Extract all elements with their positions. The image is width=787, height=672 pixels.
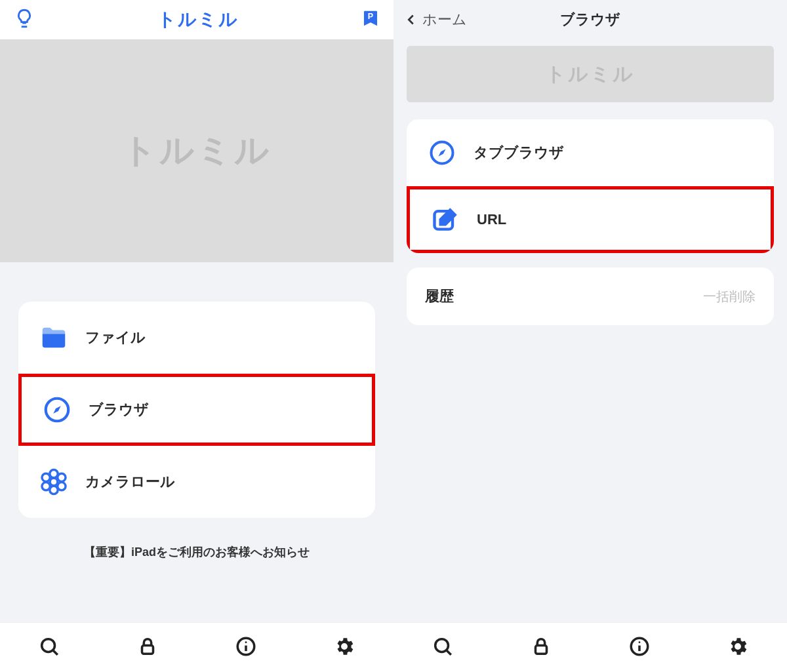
svg-point-3: [50, 478, 58, 486]
top-bar: トルミル P: [0, 0, 394, 39]
svg-marker-17: [439, 149, 446, 157]
browser-item-label: URL: [477, 211, 506, 228]
browser-banner: トルミル: [407, 46, 774, 102]
menu-item-file[interactable]: ファイル: [18, 302, 375, 374]
banner-logo: トルミル: [122, 128, 272, 174]
history-label: 履歴: [425, 287, 454, 306]
browser-item-tab[interactable]: タブブラウザ: [407, 119, 774, 186]
menu-item-cameraroll[interactable]: カメラロール: [18, 446, 375, 518]
browser-menu-card: タブブラウザ URL: [407, 119, 774, 253]
folder-icon: [38, 322, 70, 353]
home-screen: トルミル P トルミル ファイル: [0, 0, 394, 672]
settings-icon[interactable]: [333, 635, 355, 660]
compass-icon: [41, 394, 73, 425]
svg-point-8: [42, 483, 50, 490]
svg-line-11: [53, 650, 58, 654]
svg-point-24: [639, 641, 641, 643]
svg-point-15: [245, 641, 247, 643]
menu-label: ブラウザ: [89, 400, 149, 420]
edit-icon: [430, 204, 461, 235]
svg-point-9: [58, 483, 66, 490]
notice-text[interactable]: 【重要】iPadをご利用のお客様へお知らせ: [0, 544, 394, 560]
app-title: トルミル: [157, 7, 239, 32]
svg-rect-12: [142, 645, 153, 654]
svg-marker-2: [53, 406, 61, 414]
browser-item-label: タブブラウザ: [474, 143, 564, 163]
svg-rect-21: [536, 645, 547, 654]
menu-item-browser[interactable]: ブラウザ: [18, 374, 375, 446]
info-icon[interactable]: [628, 635, 651, 660]
bookmark-icon[interactable]: P: [361, 9, 380, 31]
bottom-tabbar: [0, 622, 394, 672]
bottom-tabbar: [394, 622, 787, 672]
info-icon[interactable]: [235, 635, 257, 660]
svg-point-10: [42, 639, 55, 652]
browser-screen: ホーム ブラウザ トルミル タブブラウザ URL: [394, 0, 787, 672]
back-button[interactable]: ホーム: [404, 10, 467, 30]
menu-label: カメラロール: [85, 472, 175, 492]
browser-item-url[interactable]: URL: [407, 186, 774, 253]
svg-point-19: [435, 639, 449, 652]
svg-point-6: [42, 473, 50, 481]
banner-logo-small: トルミル: [546, 61, 635, 88]
history-card: 履歴 一括削除: [407, 267, 774, 325]
search-icon[interactable]: [38, 635, 60, 660]
lock-icon[interactable]: [530, 635, 552, 660]
svg-line-20: [447, 650, 451, 654]
lock-icon[interactable]: [136, 635, 159, 660]
back-label: ホーム: [422, 10, 467, 30]
settings-icon[interactable]: [727, 635, 749, 660]
compass-icon: [426, 137, 458, 168]
search-icon[interactable]: [432, 635, 454, 660]
home-menu-card: ファイル ブラウザ: [18, 302, 375, 518]
tip-icon[interactable]: [13, 7, 35, 32]
history-clear-button[interactable]: 一括削除: [703, 288, 756, 306]
svg-point-7: [58, 473, 66, 481]
menu-label: ファイル: [85, 328, 146, 347]
nav-header: ホーム ブラウザ: [394, 0, 787, 39]
flower-icon: [38, 466, 70, 498]
home-banner: トルミル: [0, 39, 394, 262]
svg-text:P: P: [368, 12, 373, 21]
